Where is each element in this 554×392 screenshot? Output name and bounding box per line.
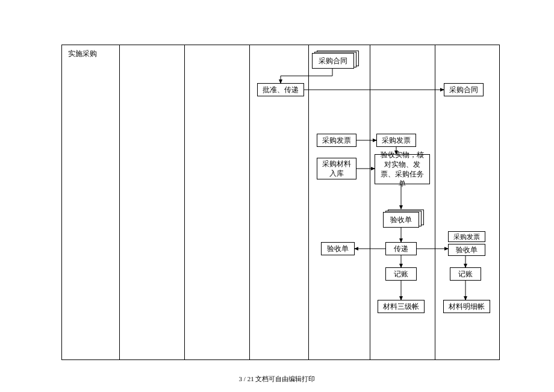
ledger3-box: 材料三级帐 <box>378 300 425 313</box>
receipt-right-box: 验收单 <box>448 244 485 256</box>
receipt-doc-label: 验收单 <box>390 215 412 225</box>
bookkeep2-box: 记账 <box>450 267 481 281</box>
material-in-box: 采购材料 入库 <box>317 158 356 179</box>
bookkeep1-box: 记账 <box>385 267 417 281</box>
col-2 <box>185 45 250 359</box>
col-4 <box>309 45 370 359</box>
contract-right-box: 采购合同 <box>444 83 484 96</box>
approve-relay-box: 批准、传递 <box>257 83 304 96</box>
receipt-left-box: 验收单 <box>321 242 355 255</box>
row-label: 实施采购 <box>62 45 119 59</box>
ledger-detail-box: 材料明细帐 <box>443 300 490 313</box>
invoice-small-box: 采购发票 <box>448 231 485 242</box>
invoice-right-box: 采购发票 <box>376 134 416 147</box>
page-footer: 3 / 21 文档可自由编辑打印 <box>0 375 554 384</box>
contract-doc-label: 采购合同 <box>319 56 347 66</box>
col-0: 实施采购 <box>62 45 120 359</box>
col-1 <box>120 45 185 359</box>
verify-box: 验收实物，核对实物、发票、采购任务单 <box>375 154 430 184</box>
invoice-left-box: 采购发票 <box>317 134 356 147</box>
relay-box: 传递 <box>385 242 417 255</box>
